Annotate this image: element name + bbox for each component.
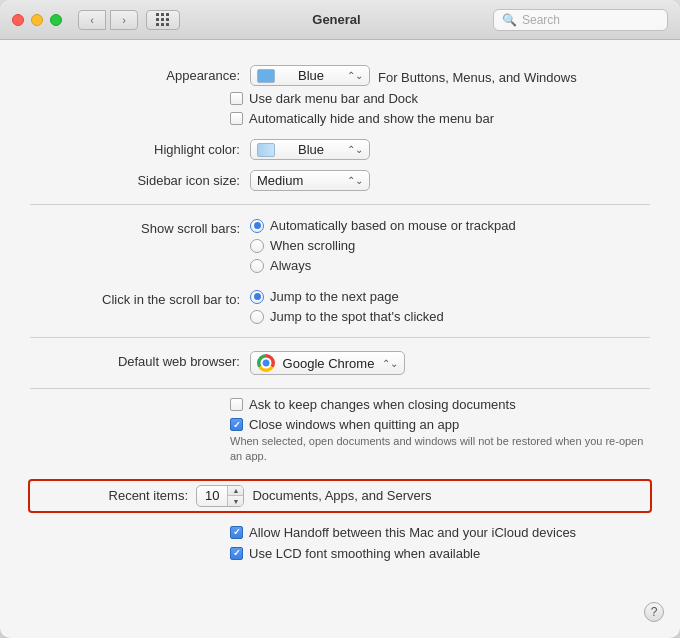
scroll-when-label: When scrolling (270, 238, 355, 253)
highlight-color-dropdown[interactable]: Blue ⌃⌄ (250, 139, 370, 160)
appearance-side-text: For Buttons, Menus, and Windows (378, 67, 577, 85)
lcd-font-row: Use LCD font smoothing when available (230, 546, 650, 561)
divider-2 (30, 337, 650, 338)
default-browser-arrow: ⌃⌄ (382, 358, 398, 369)
scroll-auto-row: Automatically based on mouse or trackpad (250, 218, 650, 233)
appearance-dropdown-value: Blue (298, 68, 324, 83)
traffic-lights (12, 14, 62, 26)
close-windows-label: Close windows when quitting an app (249, 417, 459, 432)
sidebar-icon-size-value: Medium (257, 173, 303, 188)
content-area: Appearance: Blue ⌃⌄ For Buttons, Menus, … (0, 40, 680, 638)
forward-button[interactable]: › (110, 10, 138, 30)
window-title: General (180, 12, 493, 27)
scroll-bars-label: Show scroll bars: (30, 218, 250, 236)
grid-view-button[interactable] (146, 10, 180, 30)
highlight-color-swatch (257, 143, 275, 157)
preferences-window: ‹ › General 🔍 Appearance: Blue (0, 0, 680, 638)
close-windows-note: When selected, open documents and window… (230, 432, 680, 467)
maximize-button[interactable] (50, 14, 62, 26)
click-scroll-content: Jump to the next page Jump to the spot t… (250, 289, 650, 324)
ask-keep-changes-label: Ask to keep changes when closing documen… (249, 397, 516, 412)
appearance-checkboxes: Use dark menu bar and Dock Automatically… (230, 91, 680, 126)
stepper-up[interactable]: ▲ (228, 486, 243, 497)
default-browser-row: Default web browser: Google Chrome ⌃⌄ (0, 346, 680, 380)
lcd-font-label: Use LCD font smoothing when available (249, 546, 480, 561)
auto-hide-menu-row: Automatically hide and show the menu bar (230, 111, 650, 126)
close-button[interactable] (12, 14, 24, 26)
dark-menu-bar-label: Use dark menu bar and Dock (249, 91, 418, 106)
ask-keep-changes-row: Ask to keep changes when closing documen… (230, 397, 650, 412)
help-button[interactable]: ? (644, 602, 664, 622)
close-windows-row: Close windows when quitting an app (230, 417, 650, 432)
appearance-content: Blue ⌃⌄ For Buttons, Menus, and Windows (250, 65, 650, 86)
highlight-color-content: Blue ⌃⌄ (250, 139, 650, 160)
stepper-arrows: ▲ ▼ (228, 486, 243, 506)
handoff-section: Allow Handoff between this Mac and your … (230, 525, 680, 540)
click-spot-radio[interactable] (250, 310, 264, 324)
allow-handoff-label: Allow Handoff between this Mac and your … (249, 525, 576, 540)
sidebar-icon-size-label: Sidebar icon size: (30, 170, 250, 188)
allow-handoff-row: Allow Handoff between this Mac and your … (230, 525, 650, 540)
highlight-color-arrow: ⌃⌄ (347, 144, 363, 155)
chrome-icon (257, 354, 275, 372)
sidebar-icon-size-dropdown[interactable]: Medium ⌃⌄ (250, 170, 370, 191)
scroll-bars-row: Show scroll bars: Automatically based on… (0, 213, 680, 278)
close-windows-checkbox[interactable] (230, 418, 243, 431)
back-button[interactable]: ‹ (78, 10, 106, 30)
click-scroll-label: Click in the scroll bar to: (30, 289, 250, 307)
click-next-row: Jump to the next page (250, 289, 650, 304)
divider-1 (30, 204, 650, 205)
minimize-button[interactable] (31, 14, 43, 26)
nav-buttons: ‹ › (78, 10, 138, 30)
click-spot-row: Jump to the spot that's clicked (250, 309, 650, 324)
click-next-radio[interactable] (250, 290, 264, 304)
grid-icon (156, 13, 170, 27)
search-input[interactable] (522, 13, 659, 27)
appearance-row: Appearance: Blue ⌃⌄ For Buttons, Menus, … (0, 60, 680, 91)
default-browser-label: Default web browser: (30, 351, 250, 369)
recent-items-label: Recent items: (38, 488, 188, 503)
lcd-font-checkbox[interactable] (230, 547, 243, 560)
default-browser-dropdown[interactable]: Google Chrome ⌃⌄ (250, 351, 405, 375)
click-scroll-row: Click in the scroll bar to: Jump to the … (0, 284, 680, 329)
search-bar[interactable]: 🔍 (493, 9, 668, 31)
click-next-label: Jump to the next page (270, 289, 399, 304)
appearance-label: Appearance: (30, 65, 250, 83)
default-browser-value: Google Chrome (283, 356, 375, 371)
highlight-color-label: Highlight color: (30, 139, 250, 157)
scroll-always-radio[interactable] (250, 259, 264, 273)
scroll-auto-radio[interactable] (250, 219, 264, 233)
scroll-when-radio[interactable] (250, 239, 264, 253)
ask-keep-changes-checkbox[interactable] (230, 398, 243, 411)
appearance-dropdown[interactable]: Blue ⌃⌄ (250, 65, 370, 86)
lcd-font-section: Use LCD font smoothing when available (230, 546, 680, 561)
sidebar-icon-size-content: Medium ⌃⌄ (250, 170, 650, 191)
highlight-color-row: Highlight color: Blue ⌃⌄ (0, 134, 680, 165)
divider-3 (30, 388, 650, 389)
appearance-inline: Blue ⌃⌄ For Buttons, Menus, and Windows (250, 65, 650, 86)
recent-items-section: Recent items: 10 ▲ ▼ Documents, Apps, an… (28, 479, 652, 513)
allow-handoff-checkbox[interactable] (230, 526, 243, 539)
docs-checkboxes: Ask to keep changes when closing documen… (230, 397, 680, 432)
auto-hide-menu-label: Automatically hide and show the menu bar (249, 111, 494, 126)
sidebar-icon-size-arrow: ⌃⌄ (347, 175, 363, 186)
click-spot-label: Jump to the spot that's clicked (270, 309, 444, 324)
auto-hide-menu-checkbox[interactable] (230, 112, 243, 125)
scroll-when-row: When scrolling (250, 238, 650, 253)
sidebar-icon-size-row: Sidebar icon size: Medium ⌃⌄ (0, 165, 680, 196)
dark-menu-bar-checkbox[interactable] (230, 92, 243, 105)
stepper-down[interactable]: ▼ (228, 496, 243, 506)
dark-menu-bar-row: Use dark menu bar and Dock (230, 91, 650, 106)
blue-swatch (257, 69, 275, 83)
recent-items-stepper[interactable]: 10 ▲ ▼ (196, 485, 244, 507)
recent-items-value: 10 (197, 486, 228, 506)
appearance-dropdown-arrow: ⌃⌄ (347, 70, 363, 81)
titlebar: ‹ › General 🔍 (0, 0, 680, 40)
highlight-color-value: Blue (298, 142, 324, 157)
scroll-auto-label: Automatically based on mouse or trackpad (270, 218, 516, 233)
recent-items-desc: Documents, Apps, and Servers (252, 488, 431, 503)
default-browser-content: Google Chrome ⌃⌄ (250, 351, 650, 375)
scroll-bars-content: Automatically based on mouse or trackpad… (250, 218, 650, 273)
search-icon: 🔍 (502, 13, 517, 27)
scroll-always-row: Always (250, 258, 650, 273)
